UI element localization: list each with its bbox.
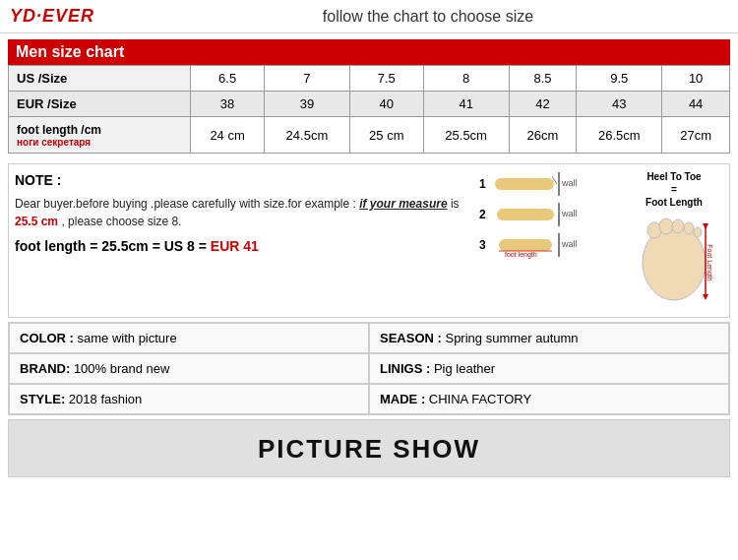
attr-label-1: SEASON :: [380, 331, 442, 345]
header: YD·EVER follow the chart to choose size: [0, 0, 738, 33]
attributes-section: COLOR : same with pictureSEASON : Spring…: [8, 322, 730, 415]
size-cell-1-0: 38: [191, 92, 265, 117]
svg-text:foot length: foot length: [505, 251, 537, 259]
diagram-row-3: 3 wall foot length: [479, 231, 617, 259]
attr-cell-4: STYLE: 2018 fashion: [9, 384, 369, 414]
highlight-text: if your measure: [359, 197, 447, 211]
size-table: US /Size6.577.588.59.510EUR /Size3839404…: [8, 65, 730, 154]
diagram-num-1: 1: [479, 177, 491, 191]
note-section: NOTE : Dear buyer.before buying .please …: [8, 163, 730, 318]
size-cell-2-4: 26cm: [509, 117, 577, 154]
logo: YD·EVER: [10, 6, 108, 27]
attr-value-2: 100% brand new: [70, 361, 169, 376]
header-title: follow the chart to choose size: [128, 8, 728, 26]
attr-cell-1: SEASON : Spring summer autumn: [369, 323, 729, 353]
size-cell-2-3: 25.5cm: [423, 117, 509, 154]
size-cell-0-1: 7: [264, 66, 349, 92]
diagram-numbered: 1 wall 2 wall 3: [479, 170, 617, 259]
heel-foot-svg: Foot Length: [625, 209, 723, 307]
size-cell-2-5: 26.5cm: [577, 117, 662, 154]
svg-point-14: [659, 218, 673, 234]
size-cell-0-6: 10: [662, 66, 730, 92]
size-cell-2-2: 25 cm: [349, 117, 423, 154]
heel-toe-label: Heel To Toe=Foot Length: [625, 170, 723, 209]
size-label-2: foot length /cmноги секретаря: [9, 117, 191, 154]
size-cell-0-4: 8.5: [509, 66, 577, 92]
size-cell-1-5: 43: [577, 92, 662, 117]
attr-label-5: MADE :: [380, 392, 425, 406]
svg-text:wall: wall: [561, 209, 578, 218]
foot-diagram-1: wall: [495, 170, 584, 198]
attr-label-2: BRAND:: [20, 361, 70, 376]
svg-point-15: [672, 219, 684, 233]
svg-text:wall: wall: [561, 178, 578, 188]
attr-value-0: same with picture: [74, 331, 177, 345]
diagram-area: 1 wall 2 wall 3: [479, 170, 617, 311]
diagram-num-2: 2: [479, 208, 491, 221]
attr-cell-2: BRAND: 100% brand new: [9, 353, 369, 384]
diagram-row-1: 1 wall: [479, 170, 617, 198]
attr-label-0: COLOR :: [20, 331, 74, 345]
size-cell-0-5: 9.5: [577, 66, 662, 92]
attr-value-3: Pig leather: [430, 361, 495, 376]
svg-rect-7: [499, 239, 552, 251]
attr-cell-0: COLOR : same with picture: [9, 323, 369, 353]
svg-rect-4: [497, 209, 554, 220]
diagram-row-2: 2 wall: [479, 201, 617, 228]
size-cell-1-4: 42: [509, 92, 577, 117]
size-cell-0-3: 8: [423, 66, 509, 92]
size-cell-1-2: 40: [349, 92, 423, 117]
attr-value-5: CHINA FACTORY: [425, 392, 531, 406]
size-label-0: US /Size: [9, 66, 191, 92]
size-cell-1-3: 41: [423, 92, 509, 117]
attr-cell-5: MADE : CHINA FACTORY: [369, 384, 729, 414]
size-cell-1-6: 44: [662, 92, 730, 117]
svg-point-17: [694, 227, 702, 237]
diagram-num-3: 3: [479, 238, 491, 252]
heel-diagram: Heel To Toe=Foot Length Foot Length: [625, 170, 723, 311]
attr-label-3: LINIGS :: [380, 361, 430, 376]
attr-value-1: Spring summer autumn: [442, 331, 579, 345]
size-cell-1-1: 39: [264, 92, 349, 117]
foot-diagram-3: wall foot length: [495, 231, 584, 259]
picture-show: PICTURE SHOW: [8, 419, 730, 477]
formula: foot length = 25.5cm = US 8 = EUR 41: [15, 236, 471, 257]
size-chart-title: Men size chart: [8, 39, 730, 65]
formula-red: EUR 41: [211, 238, 259, 254]
size-label-1: EUR /Size: [9, 92, 191, 117]
svg-text:wall: wall: [561, 239, 578, 249]
svg-text:Foot Length: Foot Length: [706, 244, 713, 280]
note-body: Dear buyer.before buying .please careful…: [15, 195, 471, 230]
size-cell-2-1: 24.5cm: [264, 117, 349, 154]
size-cell-2-0: 24 cm: [191, 117, 265, 154]
foot-diagram-2: wall: [495, 201, 584, 228]
note-text: NOTE : Dear buyer.before buying .please …: [15, 170, 471, 311]
size-cell-0-0: 6.5: [191, 66, 265, 92]
red-text-25: 25.5 cm: [15, 215, 58, 228]
size-chart-section: Men size chart US /Size6.577.588.59.510E…: [0, 33, 738, 159]
attr-label-4: STYLE:: [20, 392, 65, 406]
attr-value-4: 2018 fashion: [65, 392, 142, 406]
svg-rect-0: [495, 178, 554, 190]
attr-cell-3: LINIGS : Pig leather: [369, 353, 729, 384]
size-cell-2-6: 27cm: [662, 117, 730, 154]
note-title: NOTE :: [15, 170, 471, 191]
size-cell-0-2: 7.5: [349, 66, 423, 92]
svg-point-16: [684, 222, 694, 234]
